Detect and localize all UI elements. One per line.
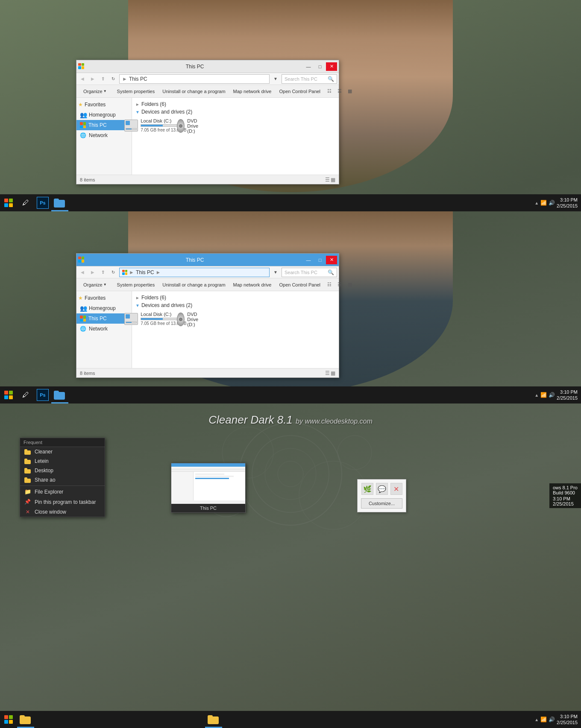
taskbar-folder-btn-1[interactable] [51,194,68,211]
uninstall-btn-2[interactable]: Uninstall or change a program [159,280,229,289]
system-props-btn-1[interactable]: System properties [114,87,158,96]
clock-time-1: 3:10 PM [557,197,578,203]
tray-chevron-bottom[interactable]: ▲ [534,717,539,722]
window-controls-1: — □ ✕ [303,62,337,71]
folders-header-1[interactable]: ► Folders (6) [135,101,335,107]
view-details-btn-2[interactable]: ☰ [335,280,344,289]
volume-tray-icon-1[interactable]: 🔊 [549,200,555,206]
start-button-bottom[interactable] [0,711,17,728]
taskbar-folder-btn-bottom-2[interactable] [205,711,222,728]
thumbnail-title-bar: This PC [171,504,245,512]
address-path-1[interactable]: ► This PC [119,74,270,84]
taskbar-pencil-btn-1[interactable]: 🖊 [17,194,34,211]
map-drive-btn-2[interactable]: Map network drive [230,280,275,289]
view-details-btn-1[interactable]: ☰ [335,87,344,96]
taskbar-clock-2[interactable]: 3:10 PM 2/25/2015 [557,389,578,401]
address-bar-1: ◀ ▶ ⇧ ↻ ► This PC ▼ Search This PC 🔍 [76,73,339,85]
forward-button-2[interactable]: ▶ [88,268,97,277]
sidebar-this-pc-item-1[interactable]: This PC [76,120,132,130]
network-tray-icon-1[interactable]: 📶 [540,200,547,206]
volume-tray-icon-2[interactable]: 🔊 [549,392,555,398]
back-button-2[interactable]: ◀ [78,268,87,277]
taskbar-pencil-btn-2[interactable]: 🖊 [17,386,34,403]
up-button-2[interactable]: ⇧ [99,268,107,277]
dvd-drive-item-2[interactable]: DVD Drive (D:) [176,310,205,329]
taskbar-clock-1[interactable]: 3:10 PM 2/25/2015 [557,197,578,209]
sidebar-homegroup-header-1[interactable]: 👥 Homegroup [76,110,132,120]
local-disk-item-1[interactable]: Local Disk (C:) 7.05 GB free of 13.6 GB [141,117,170,135]
jump-label-desktop: Desktop [35,468,53,474]
sidebar-favorites-label-2: Favorites [85,295,106,301]
status-list-view-1[interactable]: ☰ [325,177,330,183]
devices-header-1[interactable]: ▼ Devices and drives (2) [135,109,335,115]
folder-explorer-icon-2 [54,390,66,400]
network-tray-icon-bottom[interactable]: 📶 [540,716,547,722]
status-tile-view-2[interactable]: ▦ [331,370,335,376]
jump-item-share[interactable]: Share ao [20,475,105,485]
uninstall-btn-1[interactable]: Uninstall or change a program [159,87,229,96]
refresh-button-1[interactable]: ↻ [109,75,117,83]
organize-btn-2[interactable]: Organize ▼ [80,280,110,289]
folder-icon-bottom-2 [208,715,220,724]
jump-item-desktop[interactable]: Desktop [20,466,105,475]
view-change-btn-2[interactable]: ☷ [325,280,334,289]
close-button-2[interactable]: ✕ [326,256,337,264]
view-preview-btn-1[interactable]: ▦ [345,87,355,96]
jump-item-file-explorer[interactable]: 📁 File Explorer [20,487,105,497]
close-button-1[interactable]: ✕ [326,62,337,71]
tray-chevron-2[interactable]: ▲ [534,393,539,398]
search-box-2[interactable]: Search This PC 🔍 [282,268,337,277]
network-tray-icon-2[interactable]: 📶 [540,392,547,398]
cust-icon-x[interactable]: ✕ [390,483,402,495]
back-button-1[interactable]: ◀ [78,75,87,83]
sidebar-network-item-2[interactable]: 🌐 Network [76,324,132,334]
taskbar-folder-btn-2[interactable] [51,386,68,403]
search-box-1[interactable]: Search This PC 🔍 [282,74,337,84]
map-drive-btn-1[interactable]: Map network drive [230,87,275,96]
folders-header-2[interactable]: ► Folders (6) [135,295,335,301]
refresh-button-2[interactable]: ↻ [109,268,117,277]
jump-item-letein[interactable]: Letein [20,456,105,466]
sidebar-network-item-1[interactable]: 🌐 Network [76,130,132,140]
up-button-1[interactable]: ⇧ [99,75,107,83]
minimize-button-2[interactable]: — [303,256,314,264]
sidebar-homegroup-header-2[interactable]: 👥 Homegroup [76,303,132,313]
cust-icon-leaf[interactable]: 🌿 [361,483,373,495]
local-disk-item-2[interactable]: Local Disk (C:) 7.05 GB free of 13.6 GB [141,310,170,329]
view-preview-btn-2[interactable]: ▦ [345,280,355,289]
minimize-button-1[interactable]: — [303,62,314,71]
organize-label-1: Organize [83,89,103,94]
taskbar-ps-btn-1[interactable]: Ps [34,194,51,211]
taskbar-folder-btn-bottom-1[interactable] [17,711,34,728]
taskbar-clock-bottom[interactable]: 3:10 PM 2/25/2015 [557,713,578,726]
start-button-2[interactable] [0,386,17,403]
sidebar-favorites-header-2[interactable]: ★ Favorites [76,293,132,303]
sidebar-favorites-header-1[interactable]: ★ Favorites [76,99,132,110]
start-button-1[interactable] [0,194,17,211]
tray-chevron-1[interactable]: ▲ [534,201,539,205]
control-panel-btn-2[interactable]: Open Control Panel [276,280,324,289]
jump-item-pin[interactable]: 📌 Pin this program to taskbar [20,497,105,507]
address-path-2[interactable]: ► This PC ► [119,268,270,277]
maximize-button-2[interactable]: □ [314,256,326,264]
taskbar-ps-btn-2[interactable]: Ps [34,386,51,403]
customize-button[interactable]: Customize... [361,498,402,509]
system-props-btn-2[interactable]: System properties [114,280,158,289]
address-dropdown-2[interactable]: ▼ [271,268,280,277]
organize-btn-1[interactable]: Organize ▼ [80,87,110,96]
jump-item-close[interactable]: ✕ Close window [20,507,105,517]
sidebar-this-pc-item-2[interactable]: This PC [76,313,132,324]
maximize-button-1[interactable]: □ [314,62,326,71]
jump-item-cleaner[interactable]: Cleaner [20,447,105,456]
address-dropdown-1[interactable]: ▼ [271,75,280,83]
status-tile-view-1[interactable]: ▦ [331,177,335,183]
devices-header-2[interactable]: ▼ Devices and drives (2) [135,302,335,308]
status-list-view-2[interactable]: ☰ [325,370,330,376]
view-change-btn-1[interactable]: ☷ [325,87,334,96]
forward-button-1[interactable]: ▶ [88,75,97,83]
volume-tray-icon-bottom[interactable]: 🔊 [549,716,555,722]
control-panel-btn-1[interactable]: Open Control Panel [276,87,324,96]
cust-icon-chat[interactable]: 💬 [376,483,388,495]
win-logo-quad-5 [4,391,8,395]
dvd-drive-item-1[interactable]: DVD Drive (D:) [176,117,205,135]
